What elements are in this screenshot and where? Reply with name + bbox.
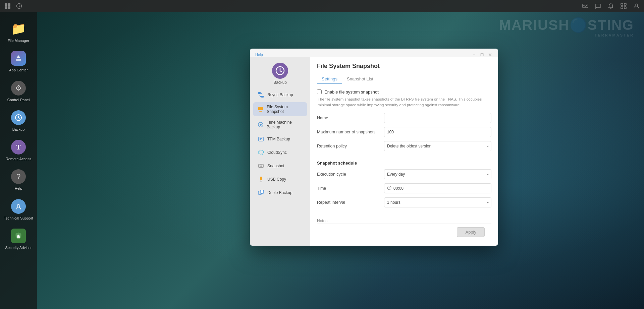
nav-cloudsync-label: CloudSync bbox=[267, 150, 287, 155]
tab-snapshot-list[interactable]: Snapshot List bbox=[342, 74, 378, 84]
nav-timemachine-label: Time Machine Backup bbox=[267, 120, 303, 129]
sidebar-item-backup[interactable]: Backup bbox=[2, 108, 35, 134]
svg-rect-19 bbox=[259, 111, 262, 112]
backup-icon bbox=[11, 110, 26, 125]
svg-rect-27 bbox=[260, 177, 262, 180]
modal-title: File System Snapshot bbox=[317, 63, 491, 70]
retention-policy-select[interactable]: Delete the oldest version Keep all versi… bbox=[384, 141, 491, 151]
topbar-left bbox=[4, 2, 23, 10]
name-input[interactable] bbox=[384, 113, 491, 123]
nav-duple-backup[interactable]: Duple Backup bbox=[253, 187, 307, 199]
topbar-right bbox=[582, 2, 640, 10]
message-icon[interactable] bbox=[582, 2, 589, 10]
filesystem-snapshot-icon bbox=[257, 106, 264, 113]
nav-snapshot[interactable]: Snapshot bbox=[253, 160, 307, 172]
svg-rect-30 bbox=[260, 190, 264, 193]
enable-checkbox-row: Enable file system snapshot bbox=[317, 89, 491, 95]
nav-rsync-backup[interactable]: Rsync Backup bbox=[253, 89, 307, 101]
nav-rsync-label: Rsync Backup bbox=[267, 92, 293, 97]
sidebar-item-technical-support[interactable]: Technical Support bbox=[2, 196, 35, 223]
execution-cycle-label: Execution cycle bbox=[317, 172, 384, 177]
grid-icon[interactable] bbox=[620, 2, 627, 10]
modal-sidebar: Backup Rsync Backup bbox=[250, 57, 310, 246]
sidebar-item-remote-access[interactable]: T Remote Access bbox=[2, 137, 35, 164]
sidebar-item-control-panel[interactable]: ⚙ Control Panel bbox=[2, 78, 35, 105]
sidebar: 📁 File Manager App Center ⚙ Control Pane… bbox=[0, 12, 37, 309]
repeat-interval-label: Repeat interval bbox=[317, 200, 384, 205]
nav-file-system-snapshot[interactable]: File System Snapshot bbox=[253, 102, 307, 116]
retention-policy-row: Retention policy Delete the oldest versi… bbox=[317, 141, 491, 151]
user-icon[interactable] bbox=[633, 2, 640, 10]
cloudsync-icon bbox=[257, 149, 265, 156]
notification-icon[interactable] bbox=[607, 2, 614, 10]
snapshot-description: The file system snapshot takes snapshots… bbox=[317, 97, 491, 108]
backup-nav-label: Backup bbox=[273, 80, 287, 85]
enable-snapshot-checkbox[interactable] bbox=[317, 89, 322, 94]
svg-rect-3 bbox=[8, 6, 10, 9]
apply-button[interactable]: Apply bbox=[457, 227, 485, 237]
sidebar-label-remote-access: Remote Access bbox=[6, 157, 31, 161]
svg-rect-6 bbox=[621, 3, 623, 5]
sidebar-item-app-center[interactable]: App Center bbox=[2, 48, 35, 75]
svg-rect-11 bbox=[16, 59, 21, 61]
svg-rect-18 bbox=[258, 107, 263, 110]
repeat-interval-row: Repeat interval 1 hours 2 hours 4 hours … bbox=[317, 197, 491, 208]
svg-point-21 bbox=[260, 124, 262, 126]
sidebar-label-backup: Backup bbox=[12, 127, 25, 132]
max-snapshots-row: Maximum number of snapshots bbox=[317, 127, 491, 137]
max-snapshots-input[interactable] bbox=[384, 127, 491, 137]
svg-rect-5 bbox=[583, 4, 588, 8]
retention-policy-wrapper: Delete the oldest version Keep all versi… bbox=[384, 141, 491, 151]
retention-policy-label: Retention policy bbox=[317, 144, 384, 148]
svg-rect-8 bbox=[621, 7, 623, 9]
modal-container: Help − □ ✕ Backup bbox=[37, 12, 644, 309]
execution-cycle-row: Execution cycle Every day Every week Eve… bbox=[317, 169, 491, 180]
modal-body: Backup Rsync Backup bbox=[250, 57, 498, 246]
execution-cycle-select[interactable]: Every day Every week Every month Custom bbox=[384, 169, 491, 179]
sidebar-label-control-panel: Control Panel bbox=[7, 98, 30, 102]
time-clock-icon bbox=[387, 186, 391, 191]
window-manager-icon[interactable] bbox=[4, 2, 11, 10]
usb-copy-icon bbox=[257, 176, 265, 183]
sidebar-item-help[interactable]: ? Help bbox=[2, 167, 35, 193]
sidebar-label-app-center: App Center bbox=[9, 68, 28, 72]
time-input-wrap bbox=[384, 183, 491, 193]
time-input[interactable] bbox=[393, 186, 488, 191]
max-snapshots-label: Maximum number of snapshots bbox=[317, 130, 384, 134]
nav-cloudsync[interactable]: CloudSync bbox=[253, 146, 307, 159]
name-row: Name bbox=[317, 113, 491, 123]
enable-snapshot-label: Enable file system snapshot bbox=[324, 89, 379, 95]
close-button[interactable]: ✕ bbox=[487, 52, 493, 57]
modal-footer: Apply bbox=[317, 224, 491, 240]
help-link[interactable]: Help bbox=[255, 53, 263, 57]
svg-rect-1 bbox=[8, 3, 10, 6]
minimize-button[interactable]: − bbox=[471, 52, 477, 57]
modal-tabs: Settings Snapshot List bbox=[317, 74, 491, 84]
technical-support-icon bbox=[11, 199, 26, 214]
nav-time-machine-backup[interactable]: Time Machine Backup bbox=[253, 118, 307, 132]
sidebar-item-file-manager[interactable]: 📁 File Manager bbox=[2, 19, 35, 46]
repeat-interval-wrapper: 1 hours 2 hours 4 hours 6 hours 12 hours… bbox=[384, 197, 491, 207]
chat-icon[interactable] bbox=[594, 2, 602, 10]
svg-rect-22 bbox=[259, 137, 263, 141]
duple-icon bbox=[257, 189, 265, 196]
help-icon: ? bbox=[11, 169, 26, 184]
repeat-interval-select[interactable]: 1 hours 2 hours 4 hours 6 hours 12 hours… bbox=[384, 197, 491, 207]
tab-settings[interactable]: Settings bbox=[317, 74, 342, 84]
remote-access-icon: T bbox=[11, 140, 26, 154]
nav-duple-label: Duple Backup bbox=[267, 190, 292, 195]
sidebar-label-file-manager: File Manager bbox=[8, 38, 29, 43]
clock-icon[interactable] bbox=[15, 2, 23, 10]
notes-section: Notes bbox=[317, 214, 491, 224]
svg-rect-7 bbox=[624, 3, 626, 5]
sidebar-label-technical-support: Technical Support bbox=[4, 216, 33, 221]
nav-tfm-backup[interactable]: TFM Backup bbox=[253, 133, 307, 145]
maximize-button[interactable]: □ bbox=[479, 52, 485, 57]
svg-rect-9 bbox=[624, 7, 626, 9]
nav-usb-copy[interactable]: USB Copy bbox=[253, 173, 307, 185]
rsync-icon bbox=[257, 91, 265, 99]
time-row: Time bbox=[317, 183, 491, 194]
name-label: Name bbox=[317, 116, 384, 120]
snapshot-icon bbox=[257, 162, 265, 170]
sidebar-item-security-advisor[interactable]: Security Advisor bbox=[2, 226, 35, 253]
